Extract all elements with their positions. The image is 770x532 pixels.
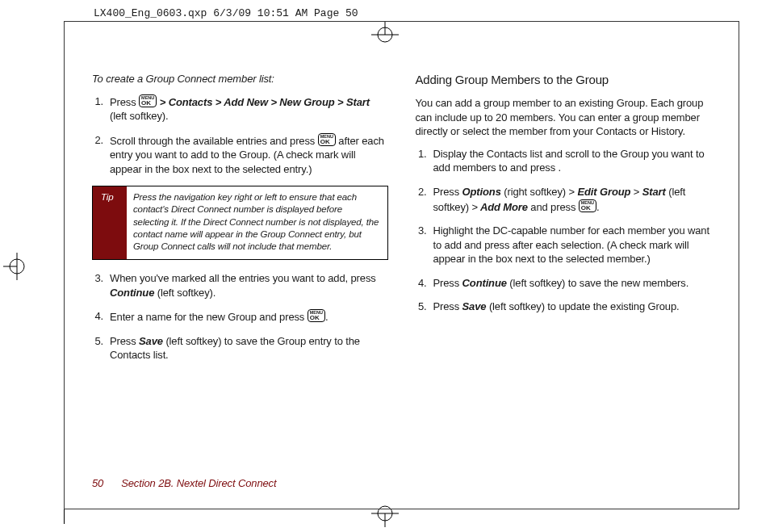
- ok-key-icon: MENUOK: [308, 309, 325, 322]
- text-run: Press: [433, 277, 462, 289]
- list-item: 5. Press Save (left softkey) to save the…: [92, 334, 388, 362]
- step-number: 5.: [92, 334, 103, 362]
- page-frame: To create a Group Connect member list: 1…: [64, 21, 739, 509]
- step-text: Press Continue (left softkey) to save th…: [433, 276, 712, 291]
- em: Start: [639, 186, 665, 198]
- tip-label: Tip: [93, 186, 127, 259]
- left-steps-a: 1. Press MENUOK > Contacts > Add New > N…: [92, 94, 388, 177]
- crop-mark-left: [3, 253, 31, 280]
- text-run: and press: [528, 201, 579, 213]
- right-steps: 1. Display the Contacts list and scroll …: [416, 147, 712, 314]
- step-text: Enter a name for the new Group and press…: [110, 309, 388, 325]
- tip-text: Press the navigation key right or left t…: [127, 186, 387, 259]
- list-item: 5. Press Save (left softkey) to update t…: [416, 300, 712, 314]
- step-number: 1.: [416, 147, 427, 175]
- text-run: (left softkey) to update the existing Gr…: [486, 300, 679, 312]
- em: Add More: [478, 201, 528, 213]
- text-run: When you've marked all the entries you w…: [110, 272, 376, 284]
- ok-key-icon: MENUOK: [318, 133, 336, 146]
- step-text: Press Options (right softkey) > Edit Gro…: [433, 185, 712, 214]
- page-number: 50: [92, 476, 103, 491]
- text-run: Press: [110, 96, 139, 108]
- page-footer: 50Section 2B. Nextel Direct Connect: [92, 476, 276, 491]
- left-steps-b: 3. When you've marked all the entries yo…: [92, 271, 388, 362]
- text-run: (left softkey) to save the new members.: [507, 277, 688, 289]
- list-item: 3. When you've marked all the entries yo…: [92, 271, 388, 300]
- step-text: Highlight the DC-capable number for each…: [433, 224, 712, 266]
- sep: >: [471, 201, 477, 213]
- text-run: Press: [110, 335, 139, 347]
- list-item: 2. Press Options (right softkey) > Edit …: [416, 185, 712, 214]
- em: Save: [462, 300, 487, 312]
- text-run: .: [325, 311, 328, 323]
- left-column: To create a Group Connect member list: 1…: [92, 72, 388, 372]
- tip-box: Tip Press the navigation key right or le…: [92, 186, 388, 260]
- proof-header: LX400_Eng_0603.qxp 6/3/09 10:51 AM Page …: [94, 6, 358, 21]
- em: Continue: [110, 287, 154, 299]
- step-number: 3.: [92, 271, 103, 300]
- step-number: 3.: [416, 224, 427, 266]
- em: Continue: [462, 277, 507, 289]
- text-run: Enter a name for the new Group and press: [110, 311, 308, 323]
- footer-section: Section 2B. Nextel Direct Connect: [121, 477, 276, 489]
- text-run: .: [596, 201, 599, 213]
- sep: >: [569, 186, 575, 198]
- ok-key-icon: MENUOK: [579, 199, 596, 212]
- step-number: 4.: [92, 309, 103, 325]
- ok-key-icon: MENUOK: [139, 94, 157, 107]
- right-column: Adding Group Members to the Group You ca…: [416, 72, 712, 372]
- em: Save: [139, 335, 163, 347]
- text-run: Press: [433, 300, 462, 312]
- step-number: 2.: [92, 133, 103, 177]
- text-run: Scroll through the available entries and…: [110, 135, 318, 147]
- step-text: Press Save (left softkey) to update the …: [433, 300, 712, 314]
- left-intro: To create a Group Connect member list:: [92, 72, 388, 86]
- text-run: (left softkey).: [154, 287, 216, 299]
- menu-path: > Contacts > Add New > New Group > Start: [157, 96, 370, 108]
- step-text: Press MENUOK > Contacts > Add New > New …: [110, 94, 388, 124]
- list-item: 1. Press MENUOK > Contacts > Add New > N…: [92, 94, 388, 124]
- em: Edit Group: [575, 186, 634, 198]
- step-number: 1.: [92, 94, 103, 124]
- em: Options: [462, 186, 501, 198]
- step-number: 2.: [416, 185, 427, 214]
- step-number: 4.: [416, 276, 427, 291]
- right-heading: Adding Group Members to the Group: [416, 72, 712, 88]
- text-run: (left softkey).: [110, 110, 168, 122]
- right-paragraph: You can add a group member to an existin…: [416, 96, 712, 139]
- list-item: 4. Press Continue (left softkey) to save…: [416, 276, 712, 291]
- step-text: Display the Contacts list and scroll to …: [433, 147, 712, 175]
- list-item: 4. Enter a name for the new Group and pr…: [92, 309, 388, 325]
- step-number: 5.: [416, 300, 427, 314]
- list-item: 2. Scroll through the available entries …: [92, 133, 388, 177]
- list-item: 3. Highlight the DC-capable number for e…: [416, 224, 712, 266]
- spine-mark-bottom: [64, 509, 65, 524]
- step-text: Scroll through the available entries and…: [110, 133, 388, 177]
- step-text: When you've marked all the entries you w…: [110, 271, 388, 300]
- text-run: (right softkey): [501, 186, 569, 198]
- step-text: Press Save (left softkey) to save the Gr…: [110, 334, 388, 362]
- list-item: 1. Display the Contacts list and scroll …: [416, 147, 712, 175]
- text-run: Press: [433, 186, 462, 198]
